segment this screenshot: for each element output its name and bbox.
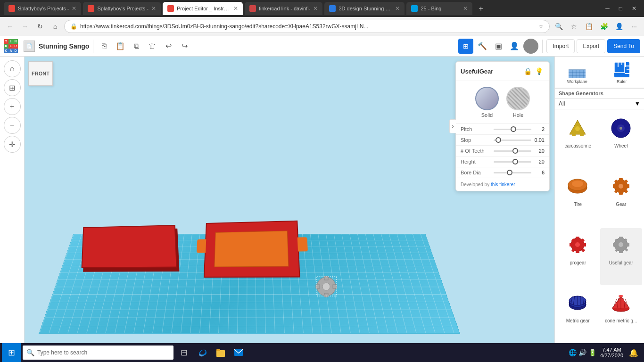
sidebar-top-icons: Workplane	[555, 57, 644, 89]
red-box-object[interactable]	[204, 221, 300, 278]
shape-item-tire[interactable]: Tire	[557, 170, 599, 227]
workplane-button[interactable]: Workplane	[555, 57, 600, 88]
task-view-button[interactable]: ⊟	[175, 344, 192, 361]
tab-tab1[interactable]: Splattyboy's Projects - ✕	[4, 2, 81, 15]
front-label: FRONT	[28, 61, 53, 86]
svg-rect-46	[570, 243, 572, 247]
shape-item-metric-gear[interactable]: Metric gear	[557, 286, 599, 344]
bore-dia-property: Bore Dia 6	[456, 167, 549, 178]
tab-tab6[interactable]: 25 - Bing ✕	[406, 2, 472, 15]
clock[interactable]: 7:47 AM 4/27/2020	[600, 347, 623, 358]
collapse-panel-button[interactable]: ›	[449, 119, 456, 133]
battery-icon: 🔋	[588, 349, 596, 356]
import-button[interactable]: Import	[546, 39, 575, 53]
paste-button[interactable]: 📋	[113, 39, 127, 53]
svg-rect-45	[576, 250, 579, 253]
search-bar[interactable]: 🔍 Type here to search	[23, 346, 173, 360]
address-bar[interactable]: 🔒 https://www.tinkercad.com/things/3DSoU…	[64, 20, 550, 33]
teeth-property: # Of Teeth 20	[456, 146, 549, 156]
close-window-button[interactable]: ✕	[628, 5, 640, 12]
more-button[interactable]: ···	[628, 20, 640, 33]
refresh-button[interactable]: ↻	[34, 20, 46, 33]
svg-rect-5	[333, 285, 337, 288]
shape-item-useful-gear[interactable]: Useful gear	[600, 228, 643, 286]
delete-button[interactable]: 🗑	[145, 39, 159, 53]
solid-shape-button[interactable]: Solid	[475, 87, 499, 118]
notification-icon[interactable]: 🔔	[629, 348, 638, 357]
export-button[interactable]: Export	[577, 39, 605, 53]
svg-point-43	[575, 242, 580, 247]
tab-tab2[interactable]: Splattyboy's Projects - ✕	[83, 2, 160, 15]
svg-rect-79	[216, 350, 225, 357]
tb-file-explorer-button[interactable]	[212, 344, 229, 361]
home-button[interactable]: ⌂	[49, 20, 61, 33]
svg-rect-56	[613, 243, 616, 247]
volume-icon: 🔊	[578, 349, 586, 356]
grid-view-button[interactable]: ⊞	[458, 39, 473, 54]
svg-rect-25	[580, 133, 584, 136]
tb-mail-button[interactable]	[230, 344, 247, 361]
redo-button[interactable]: ↪	[177, 39, 191, 53]
hammer-button[interactable]: 🔨	[475, 39, 489, 53]
orientation-button[interactable]: ✛	[4, 136, 21, 153]
svg-rect-54	[619, 237, 623, 239]
profile-button[interactable]: 👤	[613, 20, 625, 33]
svg-rect-47	[583, 243, 586, 247]
sys-tray-icons: 🌐 🔊 🔋	[569, 349, 596, 356]
forward-button[interactable]: →	[19, 20, 31, 33]
zoom-button[interactable]: 🔍	[553, 20, 565, 33]
shape-item-progear[interactable]: progear	[557, 228, 599, 286]
app-toolbar: T I N K E R C A D 📄 Stunning Sango ⎘ 📋 ⧉…	[0, 36, 644, 57]
duplicate-button[interactable]: ⧉	[129, 39, 143, 53]
developer-info: Developed by this tinkerer	[456, 178, 549, 191]
undo-button[interactable]: ↩	[161, 39, 175, 53]
view-fit-button[interactable]: ⊞	[4, 79, 21, 96]
tinkercad-logo[interactable]: T I N K E R C A D	[4, 39, 18, 53]
send-to-button[interactable]: Send To	[607, 39, 640, 53]
shape-item-carcassonne[interactable]: carcassonne	[557, 111, 599, 169]
tab-tab4[interactable]: tinkercad link - davinfi- ✕	[245, 2, 322, 15]
shape-item-wheel[interactable]: Wheel	[600, 111, 643, 169]
svg-rect-44	[576, 237, 579, 239]
gear-object[interactable]	[307, 268, 345, 301]
view-home-button[interactable]: ⌂	[4, 60, 21, 77]
hole-shape-button[interactable]: Hole	[506, 87, 530, 118]
viewport[interactable]: FRONT	[25, 57, 554, 362]
minimize-button[interactable]: ─	[602, 5, 613, 12]
start-button[interactable]: ⊞	[2, 343, 21, 362]
shape-item-gear[interactable]: Gear	[600, 170, 643, 227]
copy-button[interactable]: ⎘	[97, 39, 111, 53]
layers-button[interactable]: ▣	[491, 39, 505, 53]
lock-icon[interactable]: 🔒	[522, 66, 533, 77]
star-button[interactable]: ☆	[568, 20, 580, 33]
collections-button[interactable]: 📋	[583, 20, 595, 33]
search-placeholder: Type here to search	[37, 349, 87, 356]
account-button[interactable]: 👤	[507, 39, 521, 53]
zoom-in-button[interactable]: +	[4, 98, 21, 115]
tab-tab3[interactable]: Project Editor _ Instruct ✕	[163, 2, 243, 15]
shape-item-cone-metric[interactable]: cone metric g...	[600, 286, 643, 344]
red-flat-object[interactable]	[82, 225, 177, 268]
url-text: https://www.tinkercad.com/things/3DSoUm0…	[80, 23, 536, 30]
svg-rect-24	[572, 133, 576, 136]
ruler-button[interactable]: Ruler	[600, 57, 644, 88]
svg-point-31	[572, 181, 583, 187]
shape-selector: Solid Hole	[456, 81, 549, 124]
avatar[interactable]	[523, 39, 538, 54]
svg-point-53	[619, 242, 623, 247]
tb-edge-button[interactable]	[194, 344, 211, 361]
taskbar-apps	[192, 344, 249, 361]
back-button[interactable]: ←	[4, 20, 16, 33]
maximize-button[interactable]: □	[615, 5, 626, 12]
info-icon[interactable]: 💡	[533, 66, 545, 77]
svg-rect-3	[324, 293, 328, 297]
svg-rect-2	[324, 276, 328, 280]
bookmark-icon[interactable]: ☆	[538, 23, 544, 30]
zoom-out-button[interactable]: −	[4, 117, 21, 134]
tinkerer-link[interactable]: this tinkerer	[491, 182, 515, 187]
extensions-button[interactable]: 🧩	[598, 20, 610, 33]
system-tray: 🌐 🔊 🔋 7:47 AM 4/27/2020 🔔	[565, 347, 642, 358]
tab-tab5[interactable]: 3D design Stunning Sa... ✕	[324, 2, 405, 15]
shape-filter-dropdown[interactable]: All ▼	[555, 99, 644, 109]
new-tab-button[interactable]: ＋	[474, 2, 487, 15]
